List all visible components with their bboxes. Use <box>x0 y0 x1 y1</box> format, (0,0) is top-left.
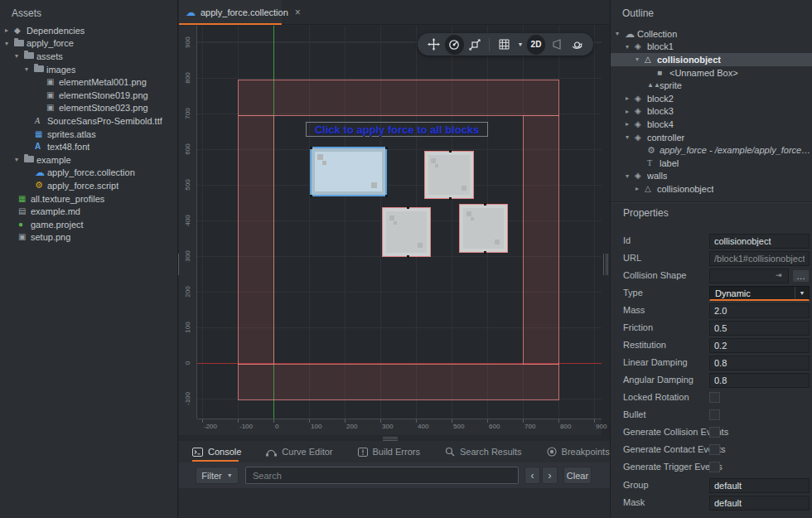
outline-item-sprite[interactable]: ▲▲sprite <box>611 79 812 92</box>
asset-item-markdown[interactable]: ▤example.md <box>0 205 177 218</box>
browse-resource-button[interactable]: … <box>792 269 810 283</box>
outline-item-unnamed-box[interactable]: ■<Unnamed Box> <box>611 66 812 80</box>
locked-rotation-checkbox[interactable] <box>709 392 720 403</box>
property-row-group: Group <box>611 478 812 493</box>
restitution-field[interactable] <box>709 338 810 353</box>
scene-viewport[interactable]: 900 800 700 600 500 400 300 200 100 0 -1… <box>179 26 610 436</box>
expand-arrow-icon[interactable]: ▾ <box>626 43 635 51</box>
outline-item-label[interactable]: Tlabel <box>611 157 812 170</box>
rotate-tool-button[interactable] <box>445 35 464 55</box>
asset-item-example[interactable]: ▾example <box>0 153 177 167</box>
right-panel-splitter[interactable] <box>603 254 608 275</box>
expand-arrow-icon[interactable]: ▸ <box>626 94 635 102</box>
outline-item-walls[interactable]: ▾◈walls <box>611 170 812 183</box>
asset-item-images[interactable]: ▾images <box>0 63 177 76</box>
property-row-generate-contact-events: Generate Contact Events <box>611 443 812 457</box>
asset-item-collection[interactable]: ☁apply_force.collection <box>0 167 177 180</box>
resource-assign-icon[interactable]: ⇥ <box>776 271 782 279</box>
bullet-checkbox[interactable] <box>709 409 720 420</box>
collision-object-icon: △ <box>645 185 657 193</box>
expand-arrow-icon[interactable]: ▾ <box>626 133 635 141</box>
wall-right[interactable] <box>523 115 559 365</box>
outline-item-script[interactable]: ⚙apply_force - /example/apply_force.scri… <box>611 143 812 157</box>
outline-item-block4[interactable]: ▸◈block4 <box>611 118 812 131</box>
tab-curve-editor[interactable]: Curve Editor <box>266 447 332 457</box>
chevron-down-icon[interactable]: ▼ <box>795 287 809 299</box>
console-output-area[interactable] <box>179 488 610 518</box>
expand-arrow-icon[interactable]: ▸ <box>626 120 635 128</box>
perspective-camera-button[interactable] <box>547 35 566 55</box>
asset-item-apply-force[interactable]: ▾apply_force <box>0 37 177 51</box>
filter-dropdown-button[interactable]: Filter▼ <box>196 467 239 484</box>
expand-arrow-icon[interactable]: ▾ <box>616 30 625 37</box>
tab-close-icon[interactable]: × <box>295 7 301 18</box>
asset-item-script[interactable]: ⚙apply_force.script <box>0 179 177 192</box>
asset-item-dependencies[interactable]: ▸◆Dependencies <box>0 24 177 37</box>
group-field[interactable] <box>709 478 810 493</box>
tab-apply-force-collection[interactable]: ☁ apply_force.collection × <box>179 0 282 25</box>
tab-build-errors[interactable]: Build Errors <box>358 447 420 457</box>
expand-arrow-icon[interactable]: ▾ <box>626 172 635 180</box>
expand-arrow-icon[interactable]: ▾ <box>25 65 34 73</box>
asset-item-font[interactable]: Atext48.font <box>0 140 177 153</box>
tab-console[interactable]: Console <box>192 447 241 457</box>
clear-console-button[interactable]: Clear <box>563 467 592 484</box>
friction-field[interactable] <box>709 321 810 336</box>
scale-tool-button[interactable] <box>466 35 485 55</box>
asset-item-png[interactable]: ▣setup.png <box>0 231 177 244</box>
wall-left[interactable] <box>238 115 274 365</box>
asset-item-atlas[interactable]: ▦sprites.atlas <box>0 128 177 141</box>
find-previous-button[interactable]: ‹ <box>524 467 540 484</box>
asset-item-project[interactable]: ●game.project <box>0 218 177 231</box>
outline-item-controller[interactable]: ▾◈controller <box>611 131 812 144</box>
block4[interactable] <box>459 204 508 253</box>
asset-item-png[interactable]: ▣elementMetal001.png <box>0 75 177 89</box>
find-next-button[interactable]: › <box>542 467 558 484</box>
asset-item-assets[interactable]: ▾assets <box>0 50 177 63</box>
tab-breakpoints[interactable]: Breakpoints <box>547 447 610 457</box>
outline-item-collisionobject[interactable]: ▾△collisionobject <box>611 53 812 66</box>
id-field[interactable] <box>709 234 810 249</box>
asset-item-png[interactable]: ▣elementStone023.png <box>0 102 177 115</box>
outline-item-walls-collisionobject[interactable]: ▸△collisionobject <box>611 182 812 196</box>
asset-item-texture-profiles[interactable]: ▦all.texture_profiles <box>0 192 177 206</box>
generate-trigger-events-checkbox[interactable] <box>709 462 720 472</box>
expand-arrow-icon[interactable]: ▾ <box>5 40 14 47</box>
type-dropdown[interactable]: Dynamic ▼ <box>709 286 810 301</box>
outline-item-block1[interactable]: ▾◈block1 <box>611 41 812 54</box>
grid-toggle-button[interactable] <box>495 35 514 55</box>
wall-bottom[interactable] <box>238 364 559 400</box>
property-row-mask: Mask <box>611 496 812 511</box>
block3[interactable] <box>382 207 431 257</box>
expand-arrow-icon[interactable]: ▸ <box>636 185 645 192</box>
asset-item-png[interactable]: ▣elementStone019.png <box>0 89 177 102</box>
wall-top[interactable] <box>238 80 559 116</box>
2d-mode-button[interactable]: 2D <box>527 35 546 55</box>
scene-label[interactable]: Click to apply force to all blocks <box>306 122 488 137</box>
tab-search-results[interactable]: Search Results <box>445 447 522 457</box>
mass-field[interactable] <box>709 303 810 318</box>
angular-damping-field[interactable] <box>709 373 810 388</box>
expand-arrow-icon[interactable]: ▸ <box>626 108 635 115</box>
block2[interactable] <box>424 151 474 199</box>
expand-arrow-icon[interactable]: ▸ <box>5 27 14 34</box>
console-search-input[interactable] <box>245 467 519 484</box>
reset-camera-button[interactable] <box>568 35 587 55</box>
expand-arrow-icon[interactable]: ▾ <box>15 156 24 163</box>
linear-damping-field[interactable] <box>709 356 810 370</box>
generate-contact-events-checkbox[interactable] <box>709 444 720 455</box>
outline-item-block3[interactable]: ▸◈block3 <box>611 105 812 119</box>
expand-arrow-icon[interactable]: ▾ <box>15 52 24 60</box>
grid-dropdown-caret-icon[interactable]: ▼ <box>515 41 524 47</box>
scene-canvas[interactable]: Click to apply force to all blocks <box>197 26 602 419</box>
move-tool-button[interactable] <box>424 35 443 55</box>
outline-item-block2[interactable]: ▸◈block2 <box>611 92 812 105</box>
expand-arrow-icon[interactable]: ▾ <box>636 56 645 63</box>
outline-item-collection[interactable]: ▾☁Collection <box>611 27 812 41</box>
outline-properties-panel: Outline ▾☁Collection ▾◈block1 ▾△collisio… <box>610 0 812 518</box>
block1-selected[interactable] <box>310 147 387 196</box>
assets-tree: ▸◆Dependencies ▾apply_force ▾assets ▾ima… <box>0 24 177 244</box>
generate-collision-events-checkbox[interactable] <box>709 427 720 438</box>
asset-item-ttf[interactable]: ASourceSansPro-Semibold.ttf <box>0 114 177 128</box>
mask-field[interactable] <box>709 496 810 511</box>
